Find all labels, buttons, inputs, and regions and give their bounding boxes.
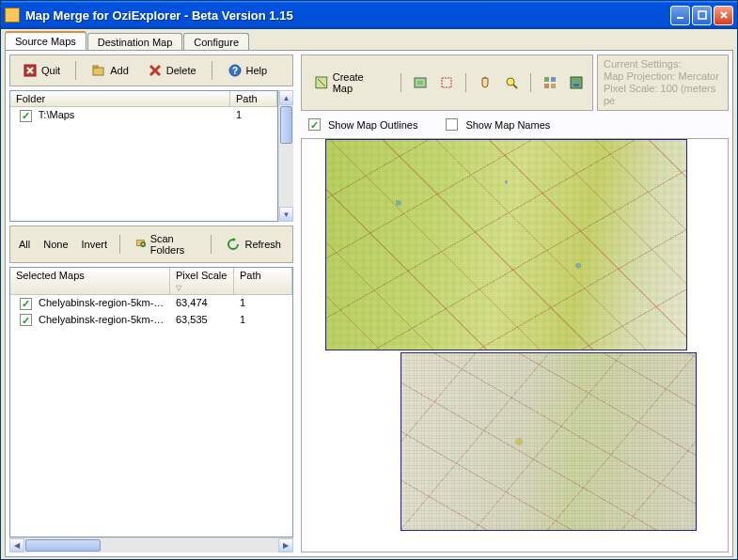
svg-rect-18 — [551, 84, 556, 88]
refresh-button[interactable]: Refresh — [217, 233, 290, 256]
col-header-pixel-scale[interactable]: Pixel Scale ▽ — [170, 268, 234, 294]
separator — [400, 73, 401, 92]
filter-invert-button[interactable]: Invert — [76, 237, 114, 252]
zoom-extents-button[interactable] — [408, 71, 432, 94]
scrollbar-horizontal[interactable]: ◀ ▶ — [9, 537, 293, 552]
help-icon: ? — [228, 63, 243, 78]
svg-rect-16 — [551, 77, 556, 82]
maps-list[interactable]: Selected Maps Pixel Scale ▽ Path Chelyab… — [9, 267, 293, 537]
settings-panel: Current Settings: Map Projection: Mercat… — [597, 54, 729, 111]
app-icon — [5, 8, 20, 23]
pan-button[interactable] — [473, 71, 497, 94]
map-outline-2[interactable] — [400, 352, 697, 531]
single-view-button[interactable] — [564, 71, 589, 94]
scroll-left-icon[interactable]: ◀ — [9, 538, 24, 552]
svg-rect-3 — [93, 68, 103, 75]
map-outline-1[interactable] — [325, 139, 687, 350]
checkbox-icon — [446, 118, 458, 131]
map-pixel: 63,474 — [170, 296, 234, 311]
scroll-thumb[interactable] — [280, 106, 292, 144]
separator — [75, 61, 76, 80]
close-button[interactable] — [714, 6, 733, 25]
tabstrip: Source Maps Destination Map Configure — [1, 29, 737, 50]
folder-path: 1 — [230, 108, 277, 123]
tab-destination-map[interactable]: Destination Map — [87, 33, 183, 51]
table-row[interactable]: Chelyabinsk-region-5km-no... 63,535 1 — [10, 312, 292, 329]
magnifier-icon — [504, 75, 519, 90]
tile-icon — [542, 75, 557, 90]
select-area-icon — [439, 75, 454, 90]
svg-text:?: ? — [232, 66, 238, 76]
window-title: Map Merge for OziExplorer - Beta Version… — [25, 8, 670, 23]
tab-source-maps[interactable]: Source Maps — [5, 31, 86, 50]
create-map-button[interactable]: Create Map — [306, 68, 394, 98]
minimize-button[interactable] — [670, 6, 690, 25]
left-column: Quit Add Delete ? Help Folder Path — [6, 51, 297, 556]
refresh-icon — [226, 237, 241, 252]
create-map-icon — [314, 75, 329, 90]
svg-point-13 — [507, 78, 514, 86]
svg-rect-19 — [571, 77, 582, 88]
map-preview-panel[interactable] — [301, 138, 729, 552]
col-header-path[interactable]: Path — [230, 91, 277, 106]
scroll-up-icon[interactable]: ▲ — [279, 90, 293, 105]
svg-rect-15 — [544, 77, 549, 82]
help-button[interactable]: ? Help — [219, 59, 276, 82]
settings-title: Current Settings: — [604, 58, 722, 70]
scan-icon — [135, 237, 147, 252]
svg-rect-17 — [544, 84, 549, 88]
quit-icon — [23, 63, 38, 78]
map-name: Chelyabinsk-region-5km-no... — [39, 314, 170, 325]
view-options: Show Map Outlines Show Map Names — [301, 115, 729, 134]
tile-view-button[interactable] — [538, 71, 562, 94]
scan-folders-button[interactable]: Scan Folders — [127, 229, 204, 259]
checkbox-icon[interactable] — [20, 298, 32, 310]
zoom-button[interactable] — [499, 71, 524, 94]
hand-icon — [478, 75, 493, 90]
svg-rect-12 — [442, 78, 451, 87]
table-row[interactable]: T:\Maps 1 — [10, 107, 277, 124]
create-map-label: Create Map — [333, 71, 385, 94]
tab-configure[interactable]: Configure — [183, 33, 249, 51]
settings-projection: Map Projection: Mercator — [604, 70, 722, 83]
col-header-selected-maps[interactable]: Selected Maps — [10, 268, 170, 294]
svg-rect-4 — [93, 66, 98, 68]
tab-content: Quit Add Delete ? Help Folder Path — [5, 50, 733, 557]
svg-rect-20 — [573, 84, 579, 86]
left-toolbar: Quit Add Delete ? Help — [9, 54, 293, 86]
select-area-button[interactable] — [434, 71, 459, 94]
scroll-right-icon[interactable]: ▶ — [278, 538, 293, 552]
delete-button[interactable]: Delete — [139, 59, 205, 82]
scrollbar-vertical[interactable]: ▲ ▼ — [278, 90, 293, 222]
show-names-label: Show Map Names — [465, 119, 550, 131]
folder-list[interactable]: Folder Path T:\Maps 1 — [9, 90, 278, 222]
col-header-path[interactable]: Path — [234, 268, 292, 294]
show-outlines-checkbox[interactable]: Show Map Outlines — [308, 118, 417, 131]
separator — [119, 235, 120, 254]
delete-label: Delete — [166, 65, 196, 76]
titlebar: Map Merge for OziExplorer - Beta Version… — [1, 1, 737, 29]
table-row[interactable]: Chelyabinsk-region-5km-so... 63,474 1 — [10, 295, 292, 312]
single-icon — [569, 75, 584, 90]
add-button[interactable]: Add — [83, 59, 137, 82]
filter-all-button[interactable]: All — [13, 237, 36, 252]
checkbox-icon[interactable] — [20, 314, 32, 326]
filter-none-button[interactable]: None — [38, 237, 73, 252]
filter-bar: All None Invert Scan Folders Refresh — [9, 226, 293, 263]
svg-rect-1 — [699, 11, 706, 19]
svg-rect-0 — [677, 17, 683, 19]
map-pixel: 63,535 — [170, 313, 234, 328]
separator — [211, 235, 212, 254]
quit-button[interactable]: Quit — [14, 59, 69, 82]
show-names-checkbox[interactable]: Show Map Names — [446, 118, 550, 131]
zoom-extents-icon — [413, 75, 428, 90]
checkbox-icon — [308, 118, 321, 131]
col-header-folder[interactable]: Folder — [10, 91, 230, 106]
refresh-label: Refresh — [244, 239, 281, 250]
maximize-button[interactable] — [692, 6, 712, 25]
scroll-down-icon[interactable]: ▼ — [279, 207, 293, 222]
svg-line-14 — [513, 85, 517, 88]
add-icon — [91, 63, 106, 78]
checkbox-icon[interactable] — [20, 110, 32, 122]
scroll-thumb[interactable] — [25, 539, 101, 552]
